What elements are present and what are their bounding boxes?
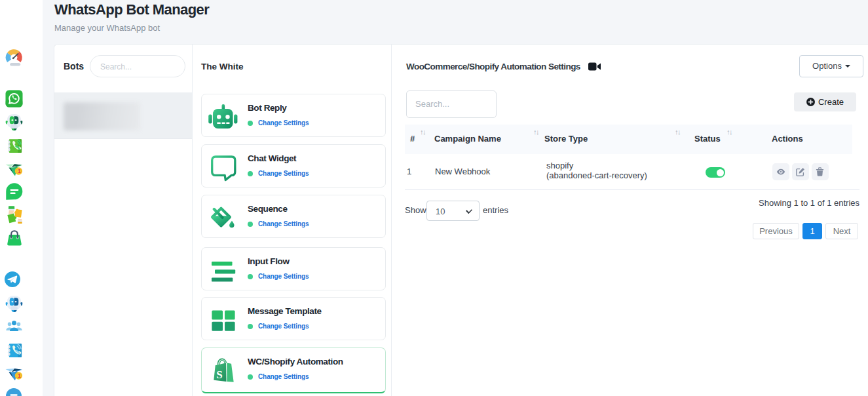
- svg-text:1: 1: [18, 168, 21, 174]
- svg-text:1: 1: [18, 372, 21, 379]
- svg-text:S: S: [216, 368, 222, 381]
